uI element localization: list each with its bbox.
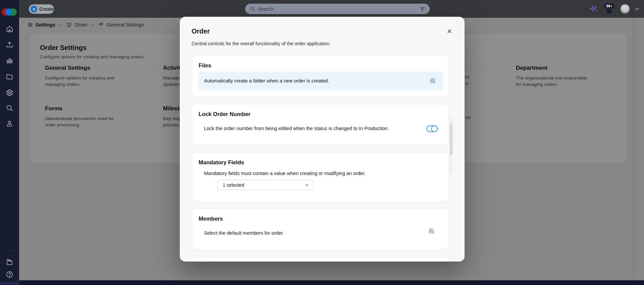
lock-order-number-card: Lock Order Number Lock the order number … <box>192 104 448 145</box>
sidebar-item-workspace[interactable] <box>6 258 13 266</box>
create-button[interactable]: + Create <box>29 4 54 14</box>
chevron-down-icon[interactable] <box>635 7 639 10</box>
avatar[interactable] <box>620 4 630 14</box>
files-setting-row[interactable]: Automatically create a folder when a new… <box>199 72 443 90</box>
chevron-down-icon <box>305 184 309 186</box>
mandatory-fields-card-title: Mandatory Fields <box>199 159 244 166</box>
sidebar-divider <box>4 250 15 251</box>
lock-order-text: Lock the order number from being edited … <box>204 126 389 131</box>
files-card: Files Automatically create a folder when… <box>192 55 448 97</box>
members-card-title: Members <box>199 216 223 222</box>
order-modal: Order ✕ Central controls for the overall… <box>180 17 465 262</box>
next-card-partial <box>192 257 448 262</box>
search-input[interactable]: Search <box>245 4 430 14</box>
sidebar-item-settings[interactable] <box>6 89 13 97</box>
members-card: Members Select the default members for o… <box>192 209 448 250</box>
topbar-right-cluster: 99+ <box>589 0 639 18</box>
modal-title: Order <box>192 27 210 35</box>
modal-subtitle: Central controls for the overall functio… <box>192 41 331 46</box>
topbar: + Create Search 99+ <box>19 0 644 18</box>
sidebar <box>0 0 19 282</box>
sidebar-item-help[interactable] <box>6 271 13 278</box>
notification-badge: 99+ <box>603 3 615 9</box>
search-placeholder: Search <box>258 6 274 12</box>
configure-sliders-icon[interactable] <box>430 78 436 84</box>
lock-order-card-title: Lock Order Number <box>199 111 251 117</box>
sidebar-item-upload[interactable] <box>6 41 13 49</box>
ai-sparkle-icon[interactable] <box>589 5 598 13</box>
lock-order-toggle[interactable] <box>426 125 438 132</box>
files-card-title: Files <box>199 62 211 69</box>
sidebar-item-files[interactable] <box>6 73 13 80</box>
members-text: Select the default members for order. <box>204 230 284 236</box>
sidebar-item-home[interactable] <box>6 25 13 33</box>
select-value: 1 selected <box>223 182 244 188</box>
app-logo[interactable] <box>2 8 17 16</box>
create-button-label: Create <box>39 6 54 12</box>
sidebar-item-analytics[interactable] <box>6 57 13 65</box>
plus-icon: + <box>31 6 37 12</box>
modal-scrollbar-thumb[interactable] <box>450 123 452 155</box>
mandatory-fields-text: Mandatory fields must contain a value wh… <box>204 171 366 176</box>
configure-sliders-icon[interactable] <box>428 228 434 234</box>
mandatory-fields-card: Mandatory Fields Mandatory fields must c… <box>192 152 448 202</box>
app-window: Settings > Order > General Settings Orde… <box>0 0 644 285</box>
notifications-button[interactable]: 99+ <box>603 3 615 15</box>
search-icon <box>250 6 255 12</box>
mandatory-fields-select[interactable]: 1 selected <box>217 180 314 190</box>
filter-icon[interactable] <box>420 6 425 12</box>
sidebar-item-search[interactable] <box>6 104 13 112</box>
files-setting-text: Automatically create a folder when a new… <box>204 78 329 83</box>
close-icon[interactable]: ✕ <box>446 27 453 35</box>
sidebar-item-users[interactable] <box>6 120 13 127</box>
